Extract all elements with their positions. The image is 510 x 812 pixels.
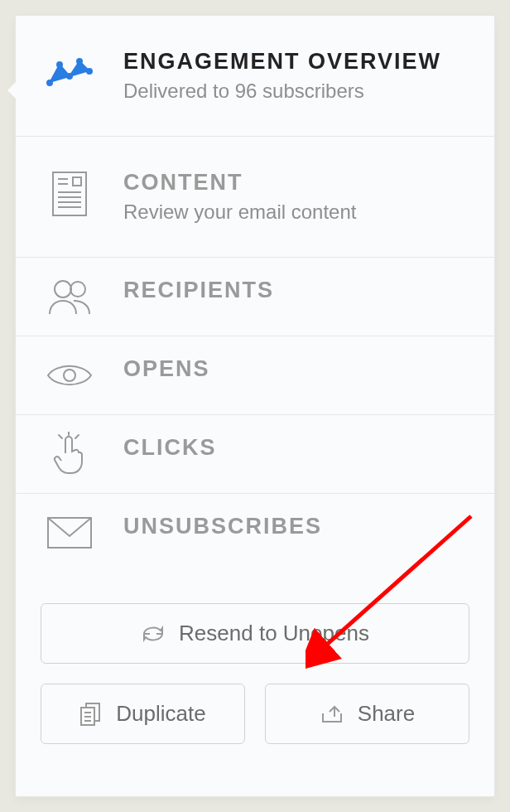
people-icon [46, 278, 94, 316]
nav-title-content: CONTENT [123, 170, 464, 196]
nav-title-engagement: ENGAGEMENT OVERVIEW [123, 49, 464, 75]
svg-point-13 [55, 281, 71, 297]
svg-point-1 [57, 62, 62, 67]
nav-title-unsubscribes: UNSUBSCRIBES [123, 514, 322, 539]
nav-title-clicks: CLICKS [123, 435, 217, 461]
action-button-area: Resend to Unopens Duplicate Share [16, 572, 494, 744]
nav-item-engagement[interactable]: ENGAGEMENT OVERVIEW Delivered to 96 subs… [16, 16, 494, 137]
resend-unopens-button[interactable]: Resend to Unopens [41, 603, 469, 664]
svg-rect-6 [73, 177, 81, 186]
envelope-icon [46, 514, 94, 552]
duplicate-button[interactable]: Duplicate [41, 684, 245, 744]
nav-item-opens[interactable]: OPENS [16, 336, 494, 415]
document-icon [46, 170, 94, 218]
eye-icon [46, 356, 94, 394]
svg-point-14 [70, 282, 85, 297]
share-button[interactable]: Share [265, 684, 469, 744]
duplicate-icon [79, 702, 103, 727]
nav-title-recipients: RECIPIENTS [123, 278, 274, 303]
nav-item-content[interactable]: CONTENT Review your email content [16, 137, 494, 258]
report-nav-list: ENGAGEMENT OVERVIEW Delivered to 96 subs… [16, 16, 494, 572]
line-chart-icon [46, 49, 94, 97]
svg-point-15 [64, 370, 75, 381]
share-label: Share [358, 701, 415, 727]
svg-point-0 [47, 80, 52, 85]
nav-item-recipients[interactable]: RECIPIENTS [16, 258, 494, 336]
duplicate-label: Duplicate [116, 701, 205, 727]
share-icon [320, 703, 344, 725]
nav-title-opens: OPENS [123, 356, 210, 382]
refresh-icon [141, 624, 166, 644]
resend-label: Resend to Unopens [179, 621, 369, 646]
svg-point-2 [67, 74, 72, 79]
nav-item-clicks[interactable]: CLICKS [16, 415, 494, 494]
nav-sub-engagement: Delivered to 96 subscribers [123, 80, 464, 103]
svg-point-4 [87, 69, 92, 74]
nav-sub-content: Review your email content [123, 201, 464, 224]
active-pointer [7, 80, 17, 100]
nav-item-unsubscribes[interactable]: UNSUBSCRIBES [16, 494, 494, 572]
report-nav-panel: ENGAGEMENT OVERVIEW Delivered to 96 subs… [15, 15, 495, 797]
svg-point-3 [77, 59, 82, 64]
hand-click-icon [46, 435, 94, 473]
